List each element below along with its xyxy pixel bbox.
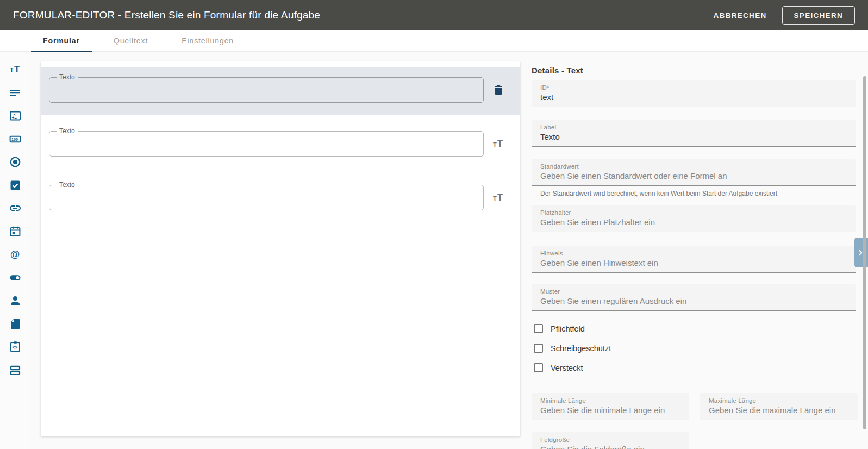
palette-item-date[interactable] [9,225,22,238]
palette-item-document[interactable] [9,317,22,330]
text-area-icon [9,86,22,99]
field-label: Hinweis [540,250,847,257]
delete-button[interactable] [492,84,505,97]
max-length-field[interactable]: Maximale Länge Geben Sie die maximale Lä… [700,393,858,420]
tab-quelltext[interactable]: Quelltext [102,30,160,51]
readonly-checkbox[interactable] [534,344,543,353]
palette-item-user[interactable] [9,294,22,307]
field-placeholder: Geben Sie die Feldgröße ein [540,445,680,449]
svg-text:T: T [497,192,503,202]
svg-text:@: @ [10,249,20,260]
palette-item-code[interactable]: <> [9,340,22,353]
field-value: text [540,92,847,102]
number-icon: 100 [9,133,22,146]
palette-item-radio[interactable] [9,155,22,169]
field-label: ID* [540,84,847,91]
min-length-field[interactable]: Minimale Länge Geben Sie die minimale Lä… [532,393,689,420]
palette-item-checkbox[interactable] [9,179,22,192]
code-clipboard-icon: <> [9,340,22,353]
trash-icon [492,84,505,97]
pattern-field[interactable]: Muster Geben Sie einen regulären Ausdruc… [532,284,856,311]
text-input[interactable]: Texto [49,131,484,157]
text-input[interactable]: Texto [49,77,484,103]
hint-field[interactable]: Hinweis Geben Sie einen Hinweistext ein [532,246,856,273]
checkbox-icon [9,179,22,192]
palette-item-number[interactable]: 100 [9,133,22,146]
tab-label: Quelltext [114,36,148,45]
tab-label: Formular [43,36,80,45]
svg-text:<>: <> [12,345,17,350]
save-button[interactable]: SPEICHERN [782,6,855,25]
header-actions: ABBRECHEN SPEICHERN [714,6,855,25]
tab-label: Einstellungen [182,36,234,45]
svg-text:T: T [14,64,20,74]
palette-item-email[interactable]: @ [9,248,22,261]
toggle-icon [9,271,22,284]
link-icon [9,202,22,215]
text-input[interactable]: Texto [49,185,484,210]
field-label: Texto [57,127,78,135]
page-title: FORMULAR-EDITOR - Erstellen Sie ein Form… [13,9,320,21]
form-field-row-selected[interactable]: Texto [41,67,520,115]
field-placeholder: Geben Sie einen Hinweistext ein [540,258,847,267]
date-icon [9,225,22,238]
hidden-checkbox[interactable] [534,363,543,372]
form-canvas: Texto Texto TT Texto TT [41,61,520,436]
svg-text:T: T [493,195,497,202]
required-checkbox-row[interactable]: Pflichtfeld [534,324,858,333]
field-label: Texto [57,73,78,82]
default-value-field[interactable]: Standardwert Geben Sie einen Standardwer… [532,159,856,186]
field-label: Minimale Länge [540,397,680,404]
svg-text:T: T [497,139,503,148]
svg-text:100: 100 [11,136,18,141]
tab-formular[interactable]: Formular [31,30,92,51]
field-label: Texto [57,181,78,189]
field-placeholder: Geben Sie einen Standardwert oder eine F… [540,171,847,180]
field-label: Muster [540,288,847,295]
field-label: Platzhalter [540,209,847,216]
tab-einstellungen[interactable]: Einstellungen [170,30,246,51]
text-field-icon: TT [9,63,22,76]
field-label: Feldgröße [540,436,680,443]
required-checkbox[interactable] [534,324,543,333]
details-panel: Details - Text ID* text Label Texto Stan… [521,52,858,449]
palette-item-toggle[interactable] [9,271,22,284]
field-value: Texto [540,132,847,141]
label-field[interactable]: Label Texto [532,120,856,147]
text-field-type-icon: TT [492,138,505,151]
field-label: Maximale Länge [709,397,849,404]
cancel-button[interactable]: ABBRECHEN [714,11,767,20]
email-icon: @ [9,248,22,261]
formular-editor-app: FORMULAR-EDITOR - Erstellen Sie ein Form… [0,0,868,449]
scrollbar[interactable] [863,76,866,429]
palette-item-link[interactable] [9,202,22,215]
tab-bar: Formular Quelltext Einstellungen [0,30,868,52]
palette-item-group[interactable] [9,364,22,377]
svg-text:+=: += [11,115,17,120]
palette-item-text-area[interactable] [9,86,22,99]
field-size-field[interactable]: Feldgröße Geben Sie die Feldgröße ein [532,432,689,449]
checkbox-label: Versteckt [551,364,583,372]
readonly-checkbox-row[interactable]: Schreibgeschützt [534,344,858,353]
form-field-row[interactable]: Texto TT [41,121,520,169]
palette-item-expression[interactable]: -×+= [9,109,22,122]
id-field[interactable]: ID* text [532,80,856,107]
component-palette: TT -×+= 100 @ [0,52,30,449]
group-icon [9,364,22,377]
checkbox-label: Schreibgeschützt [551,344,611,353]
hidden-checkbox-row[interactable]: Versteckt [534,363,858,372]
details-heading: Details - Text [532,66,858,75]
length-fields-row: Minimale Länge Geben Sie die minimale Lä… [532,393,858,420]
expression-icon: -×+= [9,109,22,122]
field-label: Standardwert [540,163,847,170]
checkbox-label: Pflichtfeld [551,325,585,333]
field-placeholder: Geben Sie einen regulären Ausdruck ein [540,296,847,305]
field-placeholder: Geben Sie die maximale Länge ein [709,406,849,415]
form-field-row[interactable]: Texto TT [41,174,520,223]
app-header: FORMULAR-EDITOR - Erstellen Sie ein Form… [0,0,868,30]
field-placeholder: Geben Sie einen Platzhalter ein [540,217,847,227]
palette-item-text-field[interactable]: TT [9,63,22,76]
user-icon [9,294,22,307]
placeholder-field[interactable]: Platzhalter Geben Sie einen Platzhalter … [532,205,856,232]
default-value-helper-text: Der Standardwert wird berechnet, wenn ke… [540,190,858,197]
